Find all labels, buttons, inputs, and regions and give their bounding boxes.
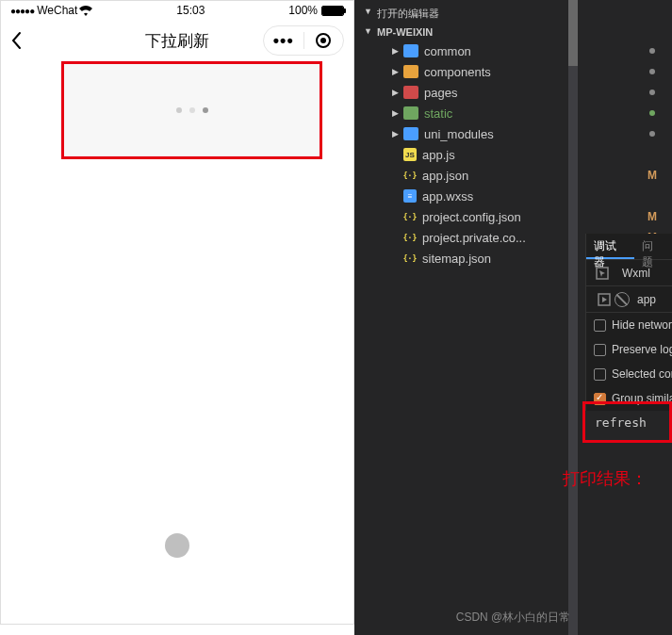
clear-icon[interactable] <box>615 292 630 307</box>
chevron-right-icon: ▶ <box>392 46 400 56</box>
git-status-dot <box>649 90 655 95</box>
chevron-right-icon: ▶ <box>392 88 400 97</box>
tree-item-static[interactable]: ▶static <box>354 103 672 123</box>
folder-icon <box>403 65 418 78</box>
checkbox-label: Selected cor <box>612 367 672 381</box>
chevron-down-icon: ▼ <box>364 7 372 16</box>
wxss-file-icon: ≡ <box>403 189 417 203</box>
capsule-button[interactable]: ••• <box>263 25 344 56</box>
git-status-dot <box>649 131 655 137</box>
tree-item-components[interactable]: ▶components <box>354 61 672 82</box>
signal-icon: ●●●●● <box>10 6 34 16</box>
tree-item-label: components <box>424 65 491 79</box>
tree-item-app-js[interactable]: JSapp.js <box>354 144 672 165</box>
folder-icon <box>403 127 418 140</box>
battery-label: 100% <box>288 4 318 17</box>
carrier-label: WeChat <box>37 4 77 17</box>
checkbox-row-1[interactable]: Preserve log <box>586 337 672 362</box>
console-output-highlight: refresh <box>582 401 672 443</box>
play-icon[interactable] <box>594 289 615 310</box>
git-status-dot <box>649 69 655 74</box>
filter-label: app <box>637 293 656 306</box>
refresh-area-highlight <box>61 61 322 159</box>
tree-item-label: uni_modules <box>424 127 494 141</box>
tree-item-label: pages <box>424 86 457 100</box>
chevron-right-icon: ▶ <box>392 108 400 118</box>
json-file-icon: {·} <box>403 252 417 265</box>
folder-icon <box>403 86 418 99</box>
tree-item-label: static <box>424 106 452 121</box>
battery-icon <box>321 6 344 16</box>
tree-item-common[interactable]: ▶common <box>354 41 672 61</box>
folder-icon <box>403 44 418 57</box>
watermark: CSDN @林小白的日常 <box>456 610 571 626</box>
tree-item-pages[interactable]: ▶pages <box>354 82 672 103</box>
tree-item-uni_modules[interactable]: ▶uni_modules <box>354 123 672 144</box>
wxml-label[interactable]: Wxml <box>622 267 650 280</box>
chevron-right-icon: ▶ <box>392 67 400 76</box>
checkbox-row-2[interactable]: Selected cor <box>586 362 672 386</box>
tree-item-project-config-json[interactable]: {·}project.config.jsonM <box>354 206 672 227</box>
project-section[interactable]: ▼MP-WEIXIN <box>354 24 672 41</box>
git-status-dot <box>649 48 655 54</box>
tree-item-label: project.private.co... <box>422 231 526 245</box>
tree-item-app-wxss[interactable]: ≡app.wxss <box>354 186 672 206</box>
back-button[interactable] <box>10 31 29 50</box>
more-icon: ••• <box>273 31 294 51</box>
folder-icon <box>403 106 418 120</box>
annotation-label: 打印结果： <box>563 467 647 490</box>
chevron-right-icon: ▶ <box>392 129 400 138</box>
git-modified-badge: M <box>647 169 657 182</box>
chevron-down-icon: ▼ <box>364 26 372 36</box>
capsule-menu-button[interactable]: ••• <box>264 31 303 51</box>
json-file-icon: {·} <box>403 210 417 223</box>
git-status-dot <box>649 110 655 116</box>
time-label: 15:03 <box>176 4 205 17</box>
git-modified-badge: M <box>647 210 657 223</box>
target-icon <box>316 33 331 48</box>
tree-item-label: project.config.json <box>422 210 521 224</box>
status-bar: ●●●●● WeChat 15:03 100% <box>1 1 353 20</box>
tree-item-label: app.wxss <box>422 189 473 204</box>
checkbox-icon[interactable] <box>594 344 606 356</box>
console-message: refresh <box>595 415 647 430</box>
ide-panel: ▼打开的编辑器 ▼MP-WEIXIN ▶common▶components▶pa… <box>354 0 672 635</box>
tab-problems[interactable]: 问题 <box>634 234 672 259</box>
inspect-icon[interactable] <box>592 263 613 284</box>
phone-simulator: ●●●●● WeChat 15:03 100% 下拉刷新 ••• <box>0 0 354 625</box>
devtools-panel: 调试器 问题 Wxml app Hide networkPreserve log… <box>585 234 672 411</box>
json-file-icon: {·} <box>403 169 417 182</box>
tree-item-label: app.json <box>422 169 468 183</box>
js-file-icon: JS <box>403 148 417 161</box>
file-tree: ▼打开的编辑器 ▼MP-WEIXIN ▶common▶components▶pa… <box>354 0 672 272</box>
tab-debugger[interactable]: 调试器 <box>586 234 634 259</box>
nav-title: 下拉刷新 <box>145 30 209 52</box>
touch-indicator <box>165 533 189 558</box>
loading-indicator <box>176 107 208 113</box>
json-file-icon: {·} <box>403 231 417 244</box>
checkbox-icon[interactable] <box>594 368 606 381</box>
checkbox-row-0[interactable]: Hide network <box>586 313 672 337</box>
nav-bar: 下拉刷新 ••• <box>1 20 353 61</box>
checkbox-icon[interactable] <box>594 319 606 332</box>
checkbox-label: Hide network <box>612 318 672 332</box>
open-editors-section[interactable]: ▼打开的编辑器 <box>354 4 672 24</box>
checkbox-label: Preserve log <box>612 343 672 356</box>
tree-item-app-json[interactable]: {·}app.jsonM <box>354 165 672 186</box>
capsule-close-button[interactable] <box>303 33 343 48</box>
tree-item-label: common <box>424 44 471 58</box>
tree-item-label: sitemap.json <box>422 252 491 266</box>
wifi-icon <box>79 6 92 16</box>
tree-item-label: app.js <box>422 148 455 162</box>
